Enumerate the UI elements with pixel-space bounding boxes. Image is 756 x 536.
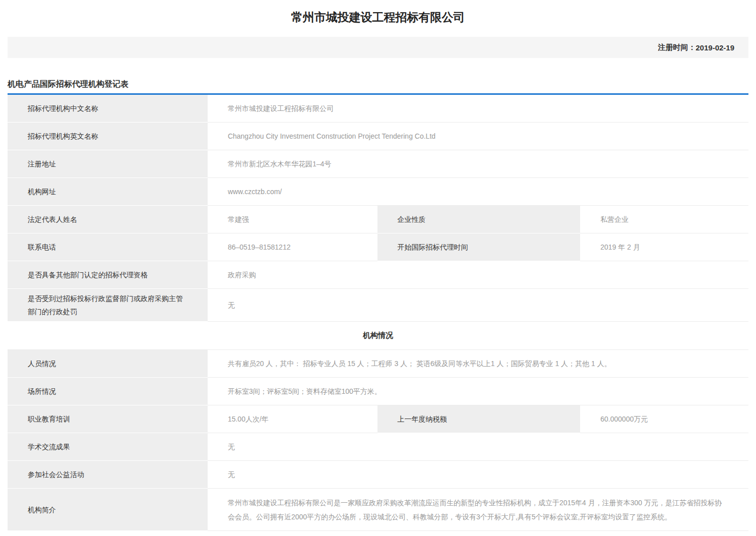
row-label: 人员情况 [8,350,208,378]
row-value: 常州市城投建设工程招标有限公司是一家顺应政府采购改革潮流应运而生的新型的专业性招… [208,489,748,531]
page-content: 常州市城投建设工程招标有限公司 注册时间： 2019-02-19 机电产品国际招… [8,10,748,536]
row-value: 无 [208,433,748,461]
row-label-2: 企业性质 [377,206,581,233]
register-time-label: 注册时间： [658,43,696,52]
table-row-legal-rep: 法定代表人姓名 常建强 企业性质 私营企业 [8,206,748,233]
row-value: 常州市新北区水木年华花园1–4号 [208,150,748,178]
row-value: 无 [208,289,748,322]
row-label: 招标代理机构英文名称 [8,123,208,150]
table-row-training: 职业教育培训 15.00人次/年 上一年度纳税额 60.000000万元 [8,405,748,433]
table-row-en-name: 招标代理机构英文名称 Changzhou City Investment Con… [8,123,748,150]
row-label: 场所情况 [8,378,208,405]
register-time-bar: 注册时间： 2019-02-19 [8,37,748,58]
table-row-penalty: 是否受到过招标投标行政监督部门或政府采购主管部门的行政处罚 无 [8,289,748,322]
row-value-2: 私营企业 [580,206,748,233]
row-label: 是否具备其他部门认定的招标代理资格 [8,261,208,289]
row-value: 无 [208,461,748,489]
row-label: 职业教育培训 [8,405,208,433]
row-value: 开标室3间；评标室5间；资料存储室100平方米。 [208,378,748,405]
table-row-venue: 场所情况 开标室3间；评标室5间；资料存储室100平方米。 [8,378,748,405]
row-label: 联系电话 [8,233,208,261]
row-value-2: 2019 年 2 月 [580,233,748,261]
table-row-charity: 参加社会公益活动 无 [8,461,748,489]
row-label: 参加社会公益活动 [8,461,208,489]
website-url: www.czctzb.com/ [208,178,748,206]
row-value: Changzhou City Investment Construction P… [208,123,748,150]
row-value: 共有雇员20 人，其中： 招标专业人员 15 人；工程师 3 人； 英语6级及同… [208,350,748,378]
table-row-qualification: 是否具备其他部门认定的招标代理资格 政府采购 [8,261,748,289]
row-label-2: 上一年度纳税额 [377,405,581,433]
row-value: 政府采购 [208,261,748,289]
registration-table: 招标代理机构中文名称 常州市城投建设工程招标有限公司 招标代理机构英文名称 Ch… [8,93,748,531]
row-value: 15.00人次/年 [208,405,377,433]
row-label-2: 开始国际招标代理时间 [377,233,581,261]
table-section-header: 机构情况 [8,322,748,350]
row-label: 机构网址 [8,178,208,206]
row-label: 招标代理机构中文名称 [8,95,208,123]
row-label: 机构简介 [8,489,208,531]
row-value: 常建强 [208,206,377,233]
row-value: 常州市城投建设工程招标有限公司 [208,95,748,123]
table-row-website: 机构网址 www.czctzb.com/ [8,178,748,206]
row-label: 是否受到过招标投标行政监督部门或政府采购主管部门的行政处罚 [8,289,208,322]
row-label: 注册地址 [8,150,208,178]
row-label: 法定代表人姓名 [8,206,208,233]
table-row-staff: 人员情况 共有雇员20 人，其中： 招标专业人员 15 人；工程师 3 人； 英… [8,350,748,378]
row-label: 学术交流成果 [8,433,208,461]
table-row-academic: 学术交流成果 无 [8,433,748,461]
register-time-value: 2019-02-19 [696,43,734,52]
table-row-address: 注册地址 常州市新北区水木年华花园1–4号 [8,150,748,178]
section-title: 机电产品国际招标代理机构登记表 [8,79,748,90]
table-row-phone: 联系电话 86–0519–81581212 开始国际招标代理时间 2019 年 … [8,233,748,261]
table-row-intro: 机构简介 常州市城投建设工程招标有限公司是一家顺应政府采购改革潮流应运而生的新型… [8,489,748,531]
table-row-cn-name: 招标代理机构中文名称 常州市城投建设工程招标有限公司 [8,95,748,123]
row-value-2: 60.000000万元 [580,405,748,433]
row-value: 86–0519–81581212 [208,233,377,261]
page-title: 常州市城投建设工程招标有限公司 [8,10,748,24]
